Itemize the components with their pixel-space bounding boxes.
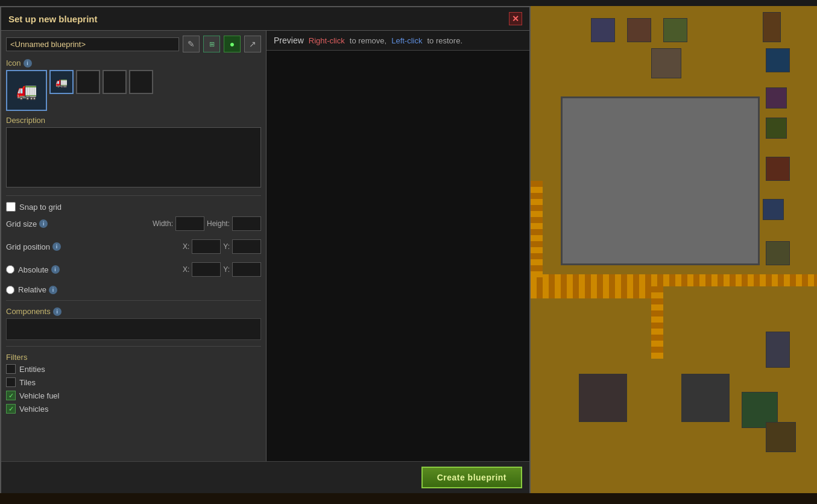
entity-r6 (763, 199, 784, 220)
filter-vehicles: Vehicles (6, 404, 261, 414)
belt-vertical-1 (531, 181, 543, 277)
blueprint-name-input[interactable] (6, 37, 179, 51)
grid-size-row: Grid size i Width: Height: (6, 216, 261, 231)
entity-4 (651, 48, 681, 78)
absolute-radio[interactable] (6, 265, 14, 274)
grid-position-info[interactable]: i (52, 242, 61, 251)
game-area (531, 0, 817, 504)
grid-x-label: X: (183, 242, 189, 251)
components-label: Components i (6, 307, 261, 316)
grid-size-info[interactable]: i (39, 219, 48, 228)
relative-radio[interactable] (6, 286, 14, 294)
entities-label: Entities (19, 365, 45, 374)
relative-label[interactable]: Relative i (18, 285, 57, 294)
relative-radio-row: Relative i (6, 285, 261, 294)
snap-to-grid-checkbox[interactable] (6, 202, 16, 212)
dialog-body: ✎ ⊞ ● ↗ Icon i 🚛 🚛 (1, 31, 529, 461)
height-label: Height: (207, 219, 230, 228)
relative-info[interactable]: i (49, 286, 57, 294)
top-bar (0, 0, 817, 6)
circle-button[interactable]: ● (224, 36, 241, 52)
vehicle-fuel-checkbox[interactable] (6, 391, 16, 400)
entity-r5 (766, 157, 790, 181)
grid-y-label: Y: (223, 242, 230, 251)
entity-3 (663, 18, 687, 42)
dialog-titlebar: Set up new blueprint ✕ (1, 7, 529, 31)
blueprint-name-row: ✎ ⊞ ● ↗ (6, 36, 261, 52)
blueprint-dialog: Set up new blueprint ✕ ✎ ⊞ ● ↗ Icon i (0, 6, 531, 494)
create-blueprint-button[interactable]: Create blueprint (421, 467, 522, 488)
grid-x-input[interactable] (192, 239, 221, 254)
game-world (531, 0, 817, 504)
preview-header: Preview Right-click to remove, Left-clic… (267, 31, 529, 51)
width-label: Width: (153, 219, 173, 228)
components-info[interactable]: i (53, 307, 62, 316)
filters-label: Filters (6, 353, 261, 362)
snap-to-grid-row: Snap to grid (6, 202, 261, 212)
abs-y-input[interactable] (232, 262, 261, 277)
tank-icon-main: 🚛 (16, 81, 37, 101)
dialog-footer: Create blueprint (1, 461, 529, 493)
tank-icon-1: 🚛 (55, 77, 68, 88)
grid-position-row: Grid position i X: Y: (6, 239, 261, 254)
description-textarea[interactable] (6, 127, 261, 187)
belt-vertical-2 (651, 286, 663, 359)
entity-6 (681, 374, 730, 422)
filter-tiles: Tiles (6, 377, 261, 387)
to-remove-text: to remove, (350, 36, 386, 45)
vehicles-label: Vehicles (19, 405, 48, 414)
grid-size-coords: Width: Height: (153, 216, 261, 231)
icon-slot-2[interactable] (76, 70, 100, 94)
abs-x-input[interactable] (192, 262, 221, 277)
absolute-radio-row: Absolute i (6, 265, 60, 274)
absolute-row: Absolute i X: Y: (6, 262, 261, 277)
entities-checkbox[interactable] (6, 364, 16, 374)
absolute-info[interactable]: i (51, 265, 60, 274)
share-button[interactable]: ↗ (244, 36, 261, 52)
vehicles-checkbox[interactable] (6, 404, 16, 414)
icon-section: Icon i 🚛 🚛 (6, 58, 261, 111)
grid-size-label: Grid size i (6, 219, 72, 228)
belt-horizontal-2 (531, 286, 651, 298)
entity-2 (627, 18, 651, 42)
close-button[interactable]: ✕ (509, 12, 522, 25)
right-click-text: Right-click (309, 36, 345, 45)
icon-slot-3[interactable] (103, 70, 127, 94)
to-restore-text: to restore. (427, 36, 462, 45)
vehicle-fuel-label: Vehicle fuel (19, 391, 60, 400)
tiles-label: Tiles (19, 378, 36, 387)
filters-section: Filters Entities Tiles Vehicle fuel Vehi… (6, 353, 261, 417)
left-click-text: Left-click (391, 36, 422, 45)
entity-r4 (766, 118, 787, 139)
entity-r1 (763, 12, 781, 42)
grid-position-coords: X: Y: (183, 239, 261, 254)
edit-name-button[interactable]: ✎ (183, 36, 200, 52)
filter-entities: Entities (6, 364, 261, 374)
icon-slot-main[interactable]: 🚛 (6, 70, 47, 111)
icon-slot-4[interactable] (129, 70, 153, 94)
icon-info[interactable]: i (24, 59, 32, 68)
absolute-coords: X: Y: (183, 262, 261, 277)
right-panel: Preview Right-click to remove, Left-clic… (267, 31, 529, 461)
entity-r2 (766, 48, 790, 72)
grid-height-input[interactable] (232, 216, 261, 231)
divider-1 (6, 195, 261, 196)
grid-button[interactable]: ⊞ (203, 36, 220, 52)
entity-r3 (766, 87, 787, 109)
tiles-checkbox[interactable] (6, 377, 16, 387)
components-bar (6, 318, 261, 340)
icon-slot-1[interactable]: 🚛 (49, 70, 74, 94)
absolute-label[interactable]: Absolute i (18, 265, 60, 274)
description-section: Description (6, 116, 261, 189)
snap-to-grid-label[interactable]: Snap to grid (19, 203, 62, 212)
entity-1 (591, 18, 615, 42)
abs-y-label: Y: (223, 265, 230, 274)
dialog-title: Set up new blueprint (8, 14, 98, 24)
grid-width-input[interactable] (175, 216, 204, 231)
grid-y-input[interactable] (232, 239, 261, 254)
components-section: Components i (6, 307, 261, 340)
bottom-bar (0, 493, 817, 504)
divider-2 (6, 300, 261, 301)
description-label: Description (6, 116, 261, 125)
grid-position-label: Grid position i (6, 242, 72, 251)
